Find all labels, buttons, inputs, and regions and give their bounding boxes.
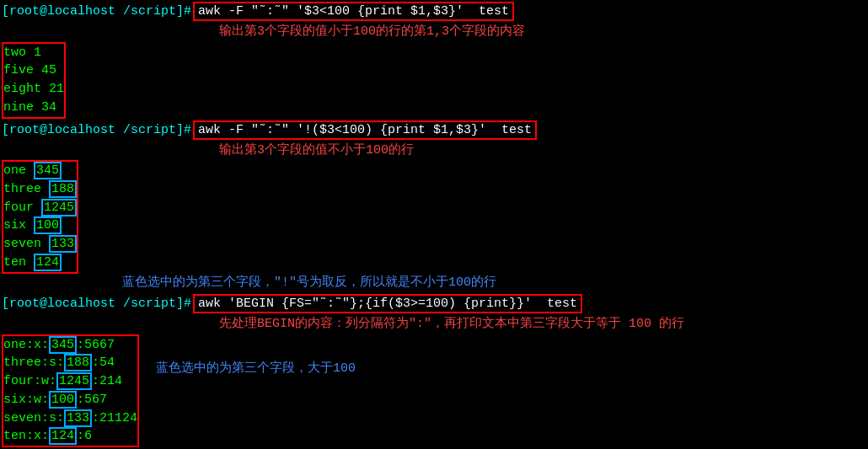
output-line-1-1: two 1 xyxy=(3,44,64,62)
output-line-1-2: five 45 xyxy=(3,61,64,80)
section-1: [root@localhost /script]# awk -F "˜:˜" '… xyxy=(0,0,868,119)
command-1: awk -F "˜:˜" '$3<100 {print $1,$3}' test xyxy=(193,2,514,21)
output-block-3: one:x:345:5667 three:s:188:54 four:w:124… xyxy=(0,334,139,448)
output-line-2-4: six 100 xyxy=(3,216,77,235)
output-line-1-3: eight 21 xyxy=(3,80,64,99)
prompt-line-2: [root@localhost /script]# awk -F "˜:˜" '… xyxy=(0,119,868,142)
highlight-3-6: 124 xyxy=(49,427,77,445)
output-block-2: one 345 three 188 four 1245 six 100 seve… xyxy=(0,160,868,274)
output-line-1-4: nine 34 xyxy=(3,99,64,117)
output-line-2-3: four 1245 xyxy=(3,199,77,217)
highlight-2-5: 133 xyxy=(49,235,77,253)
section-2: [root@localhost /script]# awk -F "˜:˜" '… xyxy=(0,119,868,293)
output-line-2-1: one 345 xyxy=(3,162,77,180)
output-line-3-3: four:w:1245:214 xyxy=(3,372,137,391)
prompt-line-3: [root@localhost /script]# awk 'BEGIN {FS… xyxy=(0,292,868,315)
section-3-body: one:x:345:5667 three:s:188:54 four:w:124… xyxy=(0,334,868,448)
output-line-3-1: one:x:345:5667 xyxy=(3,336,137,355)
note-3-container: 蓝色选中的为第三个字段，大于100 xyxy=(139,334,356,376)
output-line-3-6: ten:x:124:6 xyxy=(3,427,137,446)
output-line-3-5: seven:s:133:21124 xyxy=(3,409,137,428)
highlight-2-6: 124 xyxy=(34,254,62,271)
highlight-2-4: 100 xyxy=(34,216,62,234)
output-line-3-4: six:w:100:567 xyxy=(3,391,137,409)
prompt-line-1: [root@localhost /script]# awk -F "˜:˜" '… xyxy=(0,0,868,23)
terminal: [root@localhost /script]# awk -F "˜:˜" '… xyxy=(0,0,868,449)
comment-3: 先处理BEGIN的内容：列分隔符为":"，再打印文本中第三字段大于等于 100 … xyxy=(0,315,868,334)
prompt-1: [root@localhost /script]# xyxy=(2,4,191,19)
highlight-3-2: 188 xyxy=(64,354,92,371)
highlight-3-5: 133 xyxy=(64,409,92,427)
highlight-2-3: 1245 xyxy=(41,199,77,216)
section-3: [root@localhost /script]# awk 'BEGIN {FS… xyxy=(0,292,868,447)
command-3: awk 'BEGIN {FS="˜:˜"};{if($3>=100) {prin… xyxy=(193,294,582,313)
output-group-1: two 1 five 45 eight 21 nine 34 xyxy=(2,42,66,119)
prompt-2: [root@localhost /script]# xyxy=(2,123,191,137)
highlight-3-3: 1245 xyxy=(56,372,92,390)
command-2: awk -F "˜:˜" '!($3<100) {print $1,$3}' t… xyxy=(193,120,537,140)
highlight-2-2: 188 xyxy=(49,180,77,198)
output-line-2-6: ten 124 xyxy=(3,254,77,272)
output-group-2: one 345 three 188 four 1245 six 100 seve… xyxy=(2,160,78,274)
highlight-3-4: 100 xyxy=(49,391,77,409)
comment-2: 输出第3个字段的值不小于100的行 xyxy=(0,142,868,161)
output-group-3: one:x:345:5667 three:s:188:54 four:w:124… xyxy=(2,334,139,448)
note-3: 蓝色选中的为第三个字段，大于100 xyxy=(156,360,356,376)
note-2: 蓝色选中的为第三个字段，"!"号为取反，所以就是不小于100的行 xyxy=(0,274,868,293)
comment-1: 输出第3个字段的值小于100的行的第1,3个字段的内容 xyxy=(0,23,868,42)
output-line-2-2: three 188 xyxy=(3,180,77,199)
output-line-3-2: three:s:188:54 xyxy=(3,354,137,372)
highlight-2-1: 345 xyxy=(34,162,62,179)
output-line-2-5: seven 133 xyxy=(3,235,77,254)
output-block-1: two 1 five 45 eight 21 nine 34 xyxy=(0,42,868,119)
prompt-3: [root@localhost /script]# xyxy=(2,297,191,311)
highlight-3-1: 345 xyxy=(49,336,77,354)
